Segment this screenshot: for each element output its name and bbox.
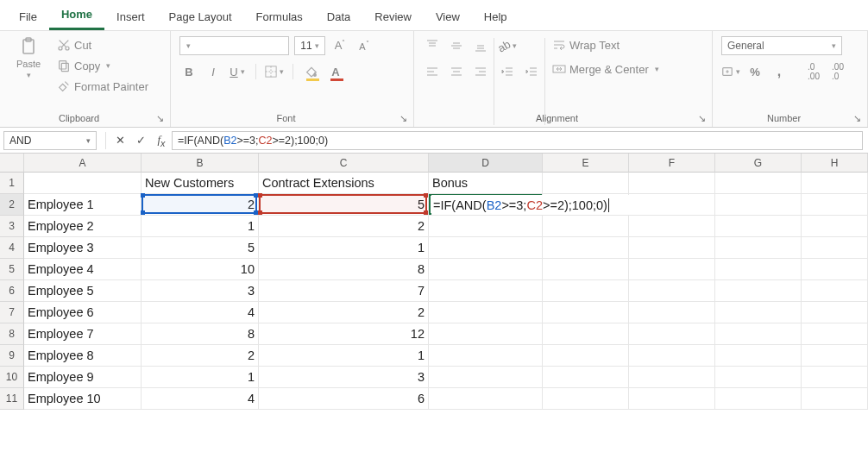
cell-d8[interactable] [429, 323, 543, 345]
cell-e3[interactable] [543, 216, 629, 237]
row-header-8[interactable]: 8 [0, 323, 24, 345]
col-header-g[interactable]: G [715, 154, 802, 173]
cell-f6[interactable] [629, 280, 715, 302]
cell-g1[interactable] [715, 173, 802, 194]
fill-color-button[interactable] [302, 62, 321, 81]
cell-h3[interactable] [802, 216, 868, 237]
cell-c4[interactable]: 1 [259, 237, 429, 259]
row-header-7[interactable]: 7 [0, 302, 24, 323]
cell-g2[interactable] [715, 194, 802, 216]
cell-c10[interactable]: 3 [259, 367, 429, 388]
select-all-button[interactable] [0, 154, 24, 173]
cell-b8[interactable]: 8 [142, 323, 259, 345]
cell-f11[interactable] [629, 388, 715, 410]
tab-file[interactable]: File [7, 3, 49, 30]
col-header-a[interactable]: A [24, 154, 142, 173]
cell-d11[interactable] [429, 388, 543, 410]
font-color-button[interactable]: A [326, 62, 345, 81]
row-header-6[interactable]: 6 [0, 280, 24, 302]
cell-a11[interactable]: Employee 10 [24, 388, 142, 410]
col-header-d[interactable]: D [429, 154, 543, 173]
cell-c6[interactable]: 7 [259, 280, 429, 302]
cell-g11[interactable] [715, 388, 802, 410]
merge-center-button[interactable]: Merge & Center [549, 60, 663, 78]
tab-review[interactable]: Review [362, 3, 424, 30]
cell-a8[interactable]: Employee 7 [24, 323, 142, 345]
cell-h10[interactable] [802, 367, 868, 388]
align-center-button[interactable] [447, 62, 466, 81]
cut-button[interactable]: Cut [53, 36, 152, 53]
cell-h2[interactable] [802, 194, 868, 216]
cell-g7[interactable] [715, 302, 802, 323]
cell-e7[interactable] [543, 302, 629, 323]
bold-button[interactable]: B [179, 62, 198, 81]
cell-c11[interactable]: 6 [259, 388, 429, 410]
cell-d5[interactable] [429, 259, 543, 280]
increase-indent-button[interactable] [522, 62, 541, 81]
cell-f5[interactable] [629, 259, 715, 280]
cell-c9[interactable]: 1 [259, 345, 429, 367]
row-header-4[interactable]: 4 [0, 237, 24, 259]
font-size-select[interactable]: 11 [294, 36, 325, 55]
tab-help[interactable]: Help [472, 3, 519, 30]
cell-f4[interactable] [629, 237, 715, 259]
cell-d3[interactable] [429, 216, 543, 237]
worksheet[interactable]: A B C D E F G H 1 New Customers Contract… [0, 154, 868, 410]
row-header-9[interactable]: 9 [0, 345, 24, 367]
underline-button[interactable]: U [228, 62, 247, 81]
cell-d10[interactable] [429, 367, 543, 388]
cell-a2[interactable]: Employee 1 [24, 194, 142, 216]
col-header-c[interactable]: C [259, 154, 429, 173]
enter-formula-button[interactable]: ✓ [130, 131, 151, 150]
copy-button[interactable]: Copy [53, 57, 152, 74]
cell-e8[interactable] [543, 323, 629, 345]
cell-h4[interactable] [802, 237, 868, 259]
align-left-button[interactable] [423, 62, 442, 81]
format-painter-button[interactable]: Format Painter [53, 78, 152, 95]
cell-a7[interactable]: Employee 6 [24, 302, 142, 323]
tab-view[interactable]: View [424, 3, 472, 30]
align-middle-button[interactable] [447, 36, 466, 55]
cell-g9[interactable] [715, 345, 802, 367]
font-name-select[interactable] [179, 36, 289, 55]
cell-a1[interactable] [24, 173, 142, 194]
col-header-b[interactable]: B [142, 154, 259, 173]
cell-b2[interactable]: 2 [142, 194, 259, 216]
col-header-h[interactable]: H [802, 154, 868, 173]
cell-e5[interactable] [543, 259, 629, 280]
wrap-text-button[interactable]: Wrap Text [549, 36, 663, 53]
cell-g4[interactable] [715, 237, 802, 259]
decrease-decimal-button[interactable]: .00.0 [828, 62, 847, 81]
cell-h1[interactable] [802, 173, 868, 194]
decrease-indent-button[interactable] [498, 62, 517, 81]
cell-a3[interactable]: Employee 2 [24, 216, 142, 237]
row-header-3[interactable]: 3 [0, 216, 24, 237]
cell-b7[interactable]: 4 [142, 302, 259, 323]
cell-b4[interactable]: 5 [142, 237, 259, 259]
cell-b11[interactable]: 4 [142, 388, 259, 410]
cell-e9[interactable] [543, 345, 629, 367]
cell-a4[interactable]: Employee 3 [24, 237, 142, 259]
orientation-button[interactable]: ab [498, 36, 517, 55]
cell-b1[interactable]: New Customers [142, 173, 259, 194]
align-bottom-button[interactable] [471, 36, 490, 55]
cell-c8[interactable]: 12 [259, 323, 429, 345]
cell-e1[interactable] [543, 173, 629, 194]
cancel-formula-button[interactable]: ✕ [110, 131, 130, 150]
tab-page-layout[interactable]: Page Layout [157, 3, 244, 30]
cell-b9[interactable]: 2 [142, 345, 259, 367]
cell-f8[interactable] [629, 323, 715, 345]
row-header-10[interactable]: 10 [0, 367, 24, 388]
cell-g6[interactable] [715, 280, 802, 302]
shrink-font-button[interactable]: A˅ [355, 36, 374, 55]
cell-h11[interactable] [802, 388, 868, 410]
col-header-f[interactable]: F [629, 154, 715, 173]
insert-function-button[interactable]: fx [151, 131, 172, 150]
tab-formulas[interactable]: Formulas [244, 3, 315, 30]
cell-edit-overlay[interactable]: =IF(AND(B2>=3;C2>=2);100;0) [431, 195, 656, 215]
row-header-2[interactable]: 2 [0, 194, 24, 216]
italic-button[interactable]: I [204, 62, 223, 81]
cell-c2[interactable]: 5 [259, 194, 429, 216]
cell-h8[interactable] [802, 323, 868, 345]
cell-b10[interactable]: 1 [142, 367, 259, 388]
